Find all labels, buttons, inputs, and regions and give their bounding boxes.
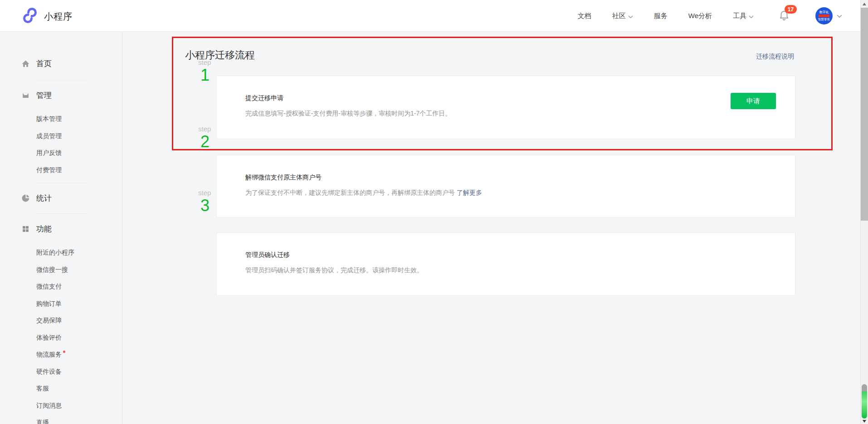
apply-button[interactable]: 申请 bbox=[731, 93, 776, 109]
chevron-down-icon bbox=[749, 12, 754, 20]
top-header: 小程序 文档 社区 服务 We分析 工具 17 数字化 bbox=[0, 0, 860, 32]
scrollbar-extension-widget[interactable] bbox=[862, 384, 867, 419]
sidebar-item-user-feedback[interactable]: 用户反馈 bbox=[36, 145, 118, 162]
widget-green-bar bbox=[862, 391, 867, 419]
avatar-band bbox=[819, 14, 829, 17]
sidebar-item-statistics[interactable]: 统计 bbox=[0, 191, 122, 205]
step-1-card: 提交迁移申请 完成信息填写-授权验证-支付费用-审核等步骤，审核时间为1-7个工… bbox=[216, 76, 795, 139]
features-sublist: 附近的小程序 微信搜一搜 微信支付 购物订单 交易保障 体验评价 物流服务 硬件… bbox=[36, 244, 118, 424]
step-1-number: 1 bbox=[198, 66, 223, 84]
sidebar-item-experience-rating[interactable]: 体验评价 bbox=[36, 329, 118, 347]
migration-guide-link[interactable]: 迁移流程说明 bbox=[756, 53, 794, 61]
nav-item-service[interactable]: 服务 bbox=[654, 12, 668, 20]
sidebar-divider bbox=[36, 213, 88, 214]
scrollbar-down-arrow-icon[interactable] bbox=[863, 420, 866, 423]
brand-name: 小程序 bbox=[44, 10, 73, 23]
chevron-down-icon bbox=[837, 12, 842, 20]
grid-icon bbox=[21, 224, 30, 233]
sidebar: 首页 管理 版本管理 成员管理 用户反馈 付费管理 统计 功能 附近的小程序 微… bbox=[0, 32, 122, 424]
miniprogram-logo-icon bbox=[22, 7, 38, 25]
sidebar-item-subscription-messages[interactable]: 订阅消息 bbox=[36, 397, 118, 414]
miniprogram-logo[interactable]: 小程序 bbox=[22, 7, 73, 25]
step-3-description: 管理员扫码确认并签订服务协议，完成迁移。该操作即时生效。 bbox=[245, 266, 776, 275]
step-3-label: step 3 bbox=[198, 189, 223, 215]
scrollbar-thumb[interactable] bbox=[861, 8, 868, 221]
step-3-title: 管理员确认迁移 bbox=[245, 251, 776, 259]
management-sublist: 版本管理 成员管理 用户反馈 付费管理 bbox=[36, 111, 118, 178]
home-icon bbox=[21, 59, 30, 68]
avatar: 数字化 智慧零售 bbox=[815, 7, 833, 24]
new-badge-dot bbox=[63, 351, 65, 353]
nav-item-community[interactable]: 社区 bbox=[612, 12, 633, 20]
step-2-label: step 2 bbox=[198, 125, 223, 151]
nav-item-docs[interactable]: 文档 bbox=[578, 12, 591, 20]
vertical-scrollbar[interactable] bbox=[860, 0, 868, 424]
sidebar-item-customer-service[interactable]: 客服 bbox=[36, 380, 118, 397]
top-nav: 文档 社区 服务 We分析 工具 17 数字化 智慧零售 bbox=[578, 0, 842, 32]
widget-gray-cap bbox=[862, 384, 867, 391]
step-1-label: step 1 bbox=[198, 58, 223, 84]
scrollbar-up-arrow-icon[interactable] bbox=[863, 3, 866, 5]
sidebar-item-wechat-search[interactable]: 微信搜一搜 bbox=[36, 261, 118, 279]
sidebar-item-logistics-service[interactable]: 物流服务 bbox=[36, 346, 118, 363]
step-2-card: 解绑微信支付原主体商户号 为了保证支付不中断，建议先绑定新主体的商户号，再解绑原… bbox=[216, 155, 795, 217]
pie-chart-icon bbox=[21, 193, 30, 202]
step-3-number: 3 bbox=[198, 197, 223, 215]
notification-bell[interactable]: 17 bbox=[778, 9, 790, 23]
nav-item-we-analysis[interactable]: We分析 bbox=[688, 12, 712, 20]
sidebar-item-wechat-pay[interactable]: 微信支付 bbox=[36, 278, 118, 295]
notification-badge: 17 bbox=[785, 5, 797, 14]
sidebar-item-management[interactable]: 管理 bbox=[0, 88, 122, 102]
account-menu[interactable]: 数字化 智慧零售 bbox=[815, 7, 842, 24]
sidebar-divider bbox=[36, 80, 88, 81]
sidebar-item-member-management[interactable]: 成员管理 bbox=[36, 128, 118, 145]
step-2-description: 为了保证支付不中断，建议先绑定新主体的商户号，再解绑原主体的商户号了解更多 bbox=[245, 189, 776, 197]
learn-more-link[interactable]: 了解更多 bbox=[457, 189, 482, 196]
step-3-card: 管理员确认迁移 管理员扫码确认并签订服务协议，完成迁移。该操作即时生效。 bbox=[216, 232, 795, 296]
inbox-icon bbox=[21, 91, 30, 100]
sidebar-item-live-streaming[interactable]: 直播 bbox=[36, 414, 118, 424]
nav-item-tools[interactable]: 工具 bbox=[733, 12, 754, 20]
bell-icon bbox=[778, 14, 790, 22]
sidebar-item-shopping-orders[interactable]: 购物订单 bbox=[36, 295, 118, 313]
sidebar-item-home[interactable]: 首页 bbox=[0, 57, 122, 70]
step-1-title: 提交迁移申请 bbox=[245, 94, 776, 102]
sidebar-divider bbox=[36, 183, 88, 183]
step-2-number: 2 bbox=[198, 133, 223, 151]
sidebar-item-nearby-miniprograms[interactable]: 附近的小程序 bbox=[36, 244, 118, 261]
sidebar-item-payment-management[interactable]: 付费管理 bbox=[36, 162, 118, 179]
sidebar-item-hardware-devices[interactable]: 硬件设备 bbox=[36, 363, 118, 381]
sidebar-item-features[interactable]: 功能 bbox=[0, 222, 122, 236]
chevron-down-icon bbox=[628, 12, 633, 20]
sidebar-item-transaction-guarantee[interactable]: 交易保障 bbox=[36, 312, 118, 329]
step-1-description: 完成信息填写-授权验证-支付费用-审核等步骤，审核时间为1-7个工作日。 bbox=[245, 110, 776, 118]
step-2-title: 解绑微信支付原主体商户号 bbox=[245, 173, 776, 182]
sidebar-item-version-management[interactable]: 版本管理 bbox=[36, 111, 118, 128]
